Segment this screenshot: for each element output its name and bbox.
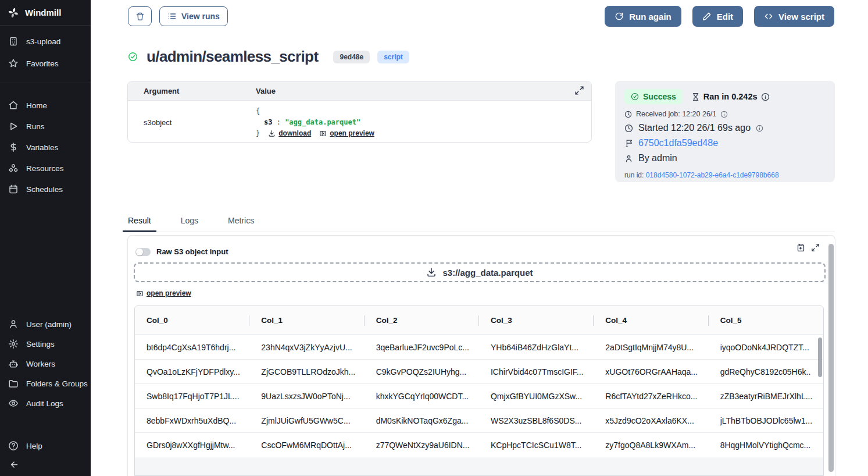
value-column-header: Value <box>256 87 276 95</box>
clock-icon <box>624 111 632 118</box>
eye-icon <box>8 398 19 408</box>
sidebar-item-label: Runs <box>26 122 45 131</box>
status-row-main: Success Ran in 0.242s <box>624 89 826 104</box>
ran-in-duration: Ran in 0.242s <box>691 92 770 101</box>
table-header-row: Col_0Col_1Col_2Col_3Col_4Col_5 <box>135 306 823 335</box>
view-runs-label: View runs <box>181 12 220 21</box>
table-cell: 3qeBarlueJF2uvc9PoLc... <box>365 335 479 359</box>
info-icon[interactable] <box>761 93 770 101</box>
pencil-icon <box>702 12 712 21</box>
view-runs-button[interactable]: View runs <box>159 6 228 26</box>
open-preview-icon <box>319 130 327 137</box>
arguments-header: Argument Value <box>128 81 591 101</box>
argument-name: s3object <box>128 106 256 139</box>
table-cell: 8HqgHMolVYtighQcmc... <box>709 433 823 457</box>
tab-logs[interactable]: Logs <box>176 212 203 232</box>
script-hash-badge: 9ed48e <box>333 51 370 63</box>
table-cell: dM0sKikNOTaqGx6Zga... <box>365 408 479 432</box>
delete-run-button[interactable] <box>128 6 152 26</box>
sidebar-item-folders-groups[interactable]: Folders & Groups <box>0 374 91 393</box>
play-icon <box>8 121 19 132</box>
result-panel-scrollbar-thumb[interactable] <box>828 244 834 472</box>
run-status-card: Success Ran in 0.242s Received job: 12:2… <box>615 81 835 182</box>
arguments-card: Argument Value s3object { s3 : "agg_data… <box>127 81 592 143</box>
table-cell: 8ebbFxWDxrh5uXdBQ... <box>135 408 249 432</box>
sidebar-item-variables[interactable]: Variables <box>0 137 91 158</box>
table-cell: bt6dp4CgXsA19T6hdrj... <box>135 335 249 359</box>
table-cell: IChirVbid4c07TmscIGIF... <box>479 360 594 383</box>
home-icon <box>8 100 19 111</box>
started-row: Started 12:20 26/1 69s ago <box>624 123 826 133</box>
run-id-link[interactable]: 018d4580-1072-ab29-e6a4-c1de9798b668 <box>646 171 779 179</box>
tab-metrics[interactable]: Metrics <box>223 212 259 232</box>
brand[interactable]: Windmill <box>0 0 91 26</box>
sidebar-item-s3-upload[interactable]: s3-upload <box>0 30 91 52</box>
sidebar-item-label: s3-upload <box>26 37 60 46</box>
s3-download-box[interactable]: s3://agg_data.parquet <box>134 262 826 282</box>
download-link[interactable]: download <box>268 128 311 139</box>
sidebar-item-favorites[interactable]: Favorites <box>0 52 91 74</box>
sidebar-item-help[interactable]: Help <box>0 436 91 456</box>
json-line: s3 : "agg_data.parquet" <box>256 117 374 128</box>
table-cell: 2aDtSgtIqMnjjM74y8U... <box>594 335 708 359</box>
sidebar-item-label: Settings <box>26 340 55 349</box>
run-again-button[interactable]: Run again <box>605 6 681 27</box>
sidebar-item-user-admin[interactable]: User (admin) <box>0 314 91 334</box>
s3-uri: s3://agg_data.parquet <box>442 268 533 278</box>
argument-row: s3object { s3 : "agg_data.parquet" } dow… <box>128 101 591 139</box>
sidebar-item-settings[interactable]: Settings <box>0 334 91 354</box>
table-row: Swb8Iq17FqHjoT7P1JL...9UazLsxzsJW0oPToNj… <box>135 384 823 408</box>
sidebar-item-schedules[interactable]: Schedules <box>0 179 91 200</box>
sidebar-item-resources[interactable]: Resources <box>0 158 91 179</box>
edit-label: Edit <box>717 12 733 22</box>
sidebar-item-workers[interactable]: Workers <box>0 354 91 374</box>
open-preview-link[interactable]: open preview <box>319 128 374 139</box>
result-panel-actions <box>796 243 820 252</box>
view-script-button[interactable]: View script <box>754 6 834 27</box>
table-column-header: Col_2 <box>365 306 479 335</box>
info-icon[interactable] <box>756 125 763 132</box>
table-row: 8ebbFxWDxrh5uXdBQ...ZjmlJUiGwfU5GWw5C...… <box>135 408 823 433</box>
result-open-preview-link[interactable]: open preview <box>136 289 191 297</box>
tab-result[interactable]: Result <box>123 212 156 232</box>
table-column-header: Col_4 <box>594 306 708 335</box>
table-cell: KCpHpcTCIcSCu1W8T... <box>479 433 594 457</box>
table-scrollbar-thumb[interactable] <box>818 338 822 377</box>
sidebar-item-label: User (admin) <box>26 320 72 329</box>
folder-icon <box>8 378 19 389</box>
clock-icon <box>624 124 633 133</box>
sidebar-item-label: Favorites <box>26 59 59 68</box>
sidebar-item-label: Workers <box>26 360 55 368</box>
table-cell: GDrs0j8wXXgfHgjjMtw... <box>135 433 249 457</box>
hourglass-icon <box>691 93 700 101</box>
json-close-line: } download open preview <box>256 128 374 139</box>
table-cell: iyqoODoNk4JRDQTZT... <box>709 335 823 359</box>
json-open-brace: { <box>256 106 374 117</box>
worker-row: 6750c1dfa59ed48e <box>624 138 826 148</box>
sidebar: Windmill s3-uploadFavorites HomeRunsVari… <box>0 0 91 476</box>
expand-result-icon[interactable] <box>811 243 820 252</box>
worker-id-link[interactable]: 6750c1dfa59ed48e <box>638 138 718 148</box>
sidebar-item-audit-logs[interactable]: Audit Logs <box>0 393 91 413</box>
calendar-icon <box>8 184 19 194</box>
sidebar-item-runs[interactable]: Runs <box>0 116 91 137</box>
info-icon[interactable] <box>720 111 728 118</box>
table-row: QvOa1oLzKFjYDFPdlxy...ZjGCOB9TLLROdzoJkh… <box>135 360 823 384</box>
building-icon <box>8 36 19 47</box>
table-body: bt6dp4CgXsA19T6hdrj...23hN4qxV3jZkYyAzjv… <box>135 335 823 457</box>
expand-arguments-icon[interactable] <box>574 86 584 95</box>
raw-s3-toggle-row: Raw S3 object input <box>135 247 228 256</box>
table-column-header: Col_5 <box>709 306 823 335</box>
user-icon <box>8 319 19 329</box>
sidebar-item-label: Resources <box>26 164 64 173</box>
raw-s3-toggle[interactable] <box>135 248 151 256</box>
sidebar-item-label: Audit Logs <box>26 399 63 408</box>
collapse-sidebar-button[interactable] <box>7 457 21 471</box>
argument-column-header: Argument <box>128 87 256 95</box>
clipboard-copy-icon[interactable] <box>796 243 805 252</box>
table-cell: x5Jzd9cO2oXAxla6KX... <box>594 408 708 432</box>
view-script-label: View script <box>778 12 824 22</box>
edit-button[interactable]: Edit <box>692 6 743 27</box>
table-column-header: Col_3 <box>479 306 594 335</box>
sidebar-item-home[interactable]: Home <box>0 95 91 116</box>
